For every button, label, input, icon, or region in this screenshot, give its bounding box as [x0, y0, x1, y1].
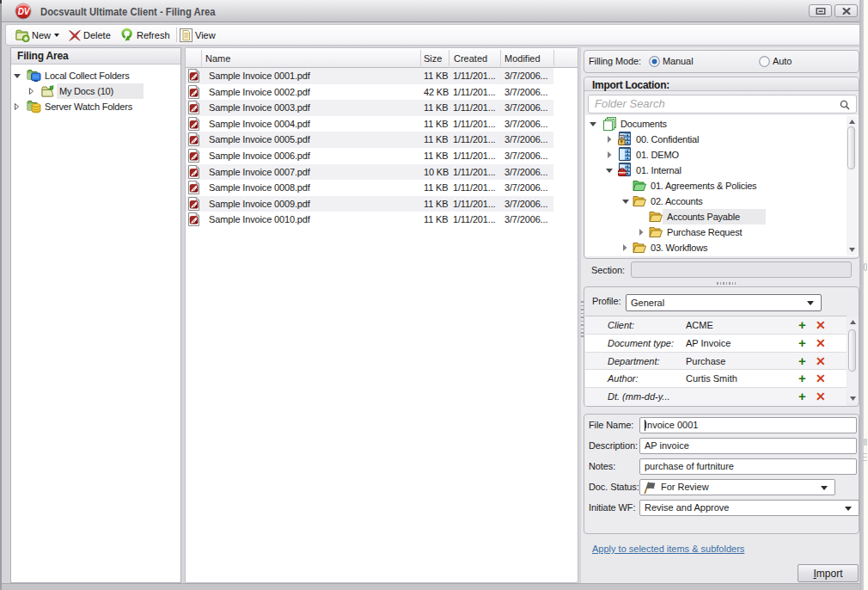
svg-text:DV: DV — [18, 7, 31, 16]
